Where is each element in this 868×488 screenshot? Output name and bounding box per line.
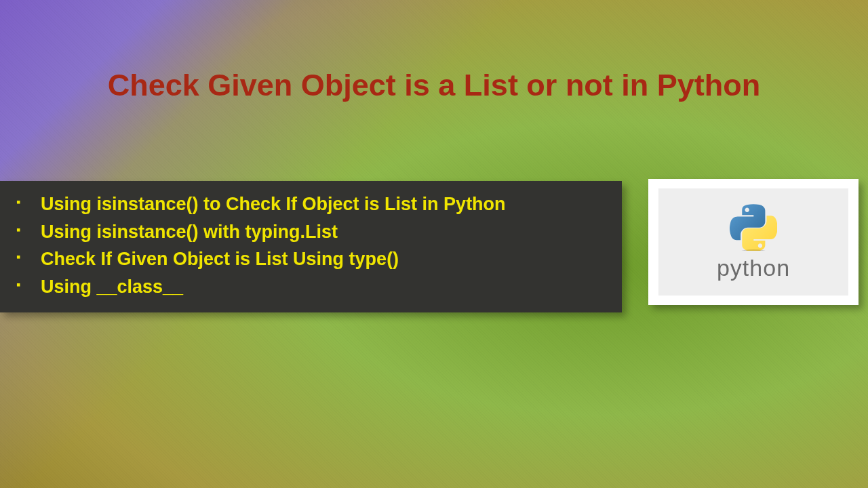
list-item: Using isinstance() with typing.List: [14, 218, 608, 246]
svg-point-0: [741, 249, 766, 251]
python-logo-text: python: [717, 255, 790, 281]
slide-title: Check Given Object is a List or not in P…: [0, 68, 868, 103]
list-item: Using isinstance() to Check If Object is…: [14, 190, 608, 218]
list-item: Check If Given Object is List Using type…: [14, 245, 608, 273]
content-panel: Using isinstance() to Check If Object is…: [0, 181, 622, 312]
python-logo-icon: [730, 203, 777, 251]
python-logo-card: python: [648, 179, 859, 305]
list-item: Using __class__: [14, 273, 608, 301]
python-logo-inner: python: [658, 188, 848, 296]
bullet-list: Using isinstance() to Check If Object is…: [14, 190, 608, 300]
